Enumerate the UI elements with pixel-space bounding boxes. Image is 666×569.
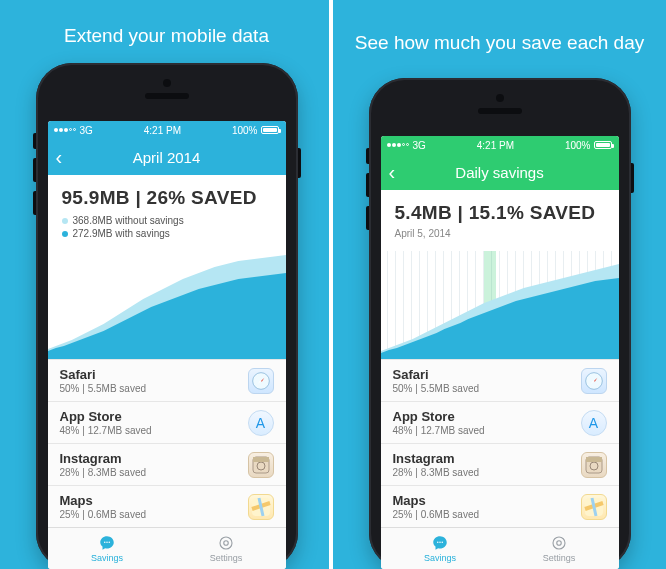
app-name: Instagram [393, 451, 480, 466]
screen: 3G 4:21 PM 100% ‹ April 2014 95.9MB | 26… [48, 121, 286, 569]
hero-text: Extend your mobile data [44, 22, 289, 49]
app-detail: 28% | 8.3MB saved [393, 467, 480, 478]
app-list[interactable]: Safari50% | 5.5MB saved App Store48% | 1… [381, 359, 619, 527]
status-bar: 3G 4:21 PM 100% [381, 136, 619, 154]
tab-savings[interactable]: Savings [48, 528, 167, 569]
nav-title: Daily savings [455, 164, 543, 181]
svg-marker-1 [48, 273, 286, 359]
tab-label: Settings [543, 553, 576, 563]
clock: 4:21 PM [144, 125, 181, 136]
legend-text: 272.9MB with savings [73, 228, 170, 239]
nav-bar: ‹ April 2014 [48, 139, 286, 175]
list-item[interactable]: Instagram28% | 8.3MB saved [381, 443, 619, 485]
back-icon[interactable]: ‹ [389, 162, 396, 182]
list-item[interactable]: Instagram28% | 8.3MB saved [48, 443, 286, 485]
battery-icon [261, 126, 279, 134]
chat-icon [98, 534, 116, 552]
chat-icon [431, 534, 449, 552]
svg-point-25 [442, 542, 444, 544]
app-name: App Store [60, 409, 152, 424]
tab-label: Settings [210, 553, 243, 563]
svg-rect-7 [253, 457, 269, 462]
app-name: Safari [393, 367, 480, 382]
tab-bar: Savings Settings [381, 527, 619, 569]
savings-chart [48, 251, 286, 359]
nav-bar: ‹ Daily savings [381, 154, 619, 190]
summary-date: April 5, 2014 [395, 228, 605, 239]
tab-settings[interactable]: Settings [167, 528, 286, 569]
safari-icon [248, 368, 274, 394]
legend: 368.8MB without savings 272.9MB with sav… [62, 215, 272, 239]
svg-point-24 [439, 542, 441, 544]
safari-icon [581, 368, 607, 394]
headline-stat: 5.4MB | 15.1% SAVED [395, 202, 605, 224]
list-item[interactable]: App Store48% | 12.7MB saved A [381, 401, 619, 443]
appstore-icon: A [248, 410, 274, 436]
instagram-icon [581, 452, 607, 478]
svg-point-12 [220, 537, 232, 549]
maps-icon [581, 494, 607, 520]
svg-rect-21 [586, 457, 602, 462]
svg-point-26 [553, 537, 565, 549]
app-detail: 48% | 12.7MB saved [393, 425, 485, 436]
tab-label: Savings [91, 553, 123, 563]
list-item[interactable]: Safari50% | 5.5MB saved [381, 359, 619, 401]
svg-point-11 [109, 542, 111, 544]
maps-icon [248, 494, 274, 520]
legend-text: 368.8MB without savings [73, 215, 184, 226]
svg-point-27 [557, 541, 562, 546]
legend-dot-light [62, 218, 68, 224]
list-item[interactable]: Maps25% | 0.6MB saved [48, 485, 286, 527]
app-name: Maps [393, 493, 480, 508]
gear-icon [550, 534, 568, 552]
legend-dot-dark [62, 231, 68, 237]
promo-panel-left: Extend your mobile data 3G 4:21 PM 100% … [0, 0, 333, 569]
list-item[interactable]: Maps25% | 0.6MB saved [381, 485, 619, 527]
svg-marker-15 [381, 278, 619, 359]
battery-pct: 100% [565, 140, 591, 151]
daily-chart[interactable] [381, 251, 619, 359]
app-list[interactable]: Safari50% | 5.5MB saved App Store48% | 1… [48, 359, 286, 527]
svg-point-10 [106, 542, 108, 544]
tab-label: Savings [424, 553, 456, 563]
clock: 4:21 PM [477, 140, 514, 151]
tab-settings[interactable]: Settings [500, 528, 619, 569]
hero-text: See how much you save each day [335, 22, 664, 64]
headline-stat: 95.9MB | 26% SAVED [62, 187, 272, 209]
nav-title: April 2014 [133, 149, 201, 166]
app-name: App Store [393, 409, 485, 424]
signal-icon [387, 143, 409, 147]
list-item[interactable]: Safari50% | 5.5MB saved [48, 359, 286, 401]
carrier-label: 3G [413, 140, 426, 151]
tab-bar: Savings Settings [48, 527, 286, 569]
phone-mockup: 3G 4:21 PM 100% ‹ April 2014 95.9MB | 26… [36, 63, 298, 569]
battery-icon [594, 141, 612, 149]
summary-block: 95.9MB | 26% SAVED 368.8MB without savin… [48, 175, 286, 247]
app-name: Maps [60, 493, 147, 508]
app-detail: 25% | 0.6MB saved [393, 509, 480, 520]
app-name: Safari [60, 367, 147, 382]
svg-point-13 [224, 541, 229, 546]
appstore-icon: A [581, 410, 607, 436]
signal-icon [54, 128, 76, 132]
app-name: Instagram [60, 451, 147, 466]
phone-mockup: 3G 4:21 PM 100% ‹ Daily savings 5.4MB | … [369, 78, 631, 569]
carrier-label: 3G [80, 125, 93, 136]
summary-block: 5.4MB | 15.1% SAVED April 5, 2014 [381, 190, 619, 247]
back-icon[interactable]: ‹ [56, 147, 63, 167]
battery-pct: 100% [232, 125, 258, 136]
svg-point-23 [437, 542, 439, 544]
app-detail: 48% | 12.7MB saved [60, 425, 152, 436]
app-detail: 50% | 5.5MB saved [60, 383, 147, 394]
gear-icon [217, 534, 235, 552]
list-item[interactable]: App Store48% | 12.7MB saved A [48, 401, 286, 443]
svg-point-9 [104, 542, 106, 544]
app-detail: 50% | 5.5MB saved [393, 383, 480, 394]
screen: 3G 4:21 PM 100% ‹ Daily savings 5.4MB | … [381, 136, 619, 569]
promo-panel-right: See how much you save each day 3G 4:21 P… [333, 0, 666, 569]
tab-savings[interactable]: Savings [381, 528, 500, 569]
status-bar: 3G 4:21 PM 100% [48, 121, 286, 139]
app-detail: 25% | 0.6MB saved [60, 509, 147, 520]
app-detail: 28% | 8.3MB saved [60, 467, 147, 478]
instagram-icon [248, 452, 274, 478]
